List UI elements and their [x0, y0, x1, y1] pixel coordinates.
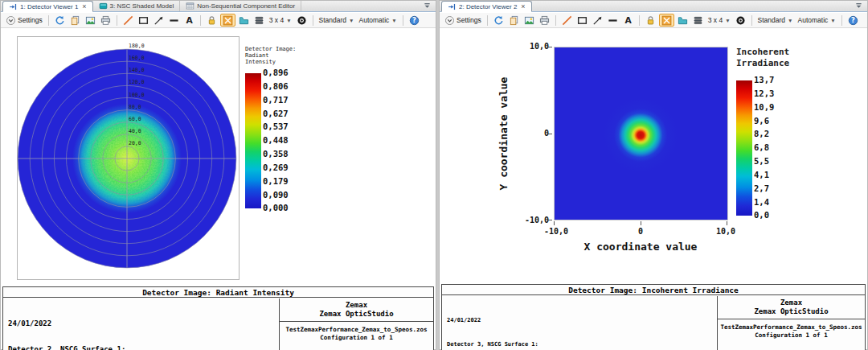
colorbar-tick: 5,5	[754, 157, 769, 166]
refresh-button[interactable]	[53, 14, 67, 27]
arrow-icon	[154, 15, 164, 26]
tab-list-dropdown[interactable]	[854, 1, 866, 11]
grid-size-dropdown[interactable]: 3 x 4 ▼	[706, 14, 732, 27]
line-annotation-button[interactable]	[121, 14, 135, 27]
colorbar-tick: 0,000	[263, 204, 289, 212]
colorbar-tick: 0,358	[263, 150, 289, 159]
configuration: Configuration 1 of 1	[280, 334, 433, 342]
rectangle-annotation-button[interactable]	[137, 14, 150, 27]
x-tick-label: -10,0	[544, 227, 568, 236]
help-button[interactable]	[846, 14, 860, 27]
lock-icon	[207, 15, 217, 26]
colorbar-tick: 0,269	[263, 163, 289, 172]
colorbar-gradient	[245, 73, 261, 208]
info-detector: Detector 2, NSCG Surface 1:	[8, 345, 217, 350]
y-tick-label: 10,0	[515, 42, 549, 51]
tab-overflow-icon	[854, 2, 863, 10]
text-tool-icon	[623, 15, 633, 26]
layers-icon	[254, 15, 264, 26]
tab-nsc-shaded-model[interactable]: 3: NSC Shaded Model	[93, 1, 181, 11]
radiant-intensity-polar-plot: 20,0 40,0 60,0 80,0 100,0 120,0 140,0 16…	[17, 36, 240, 280]
toolbar-separator	[403, 15, 403, 26]
image-icon	[85, 15, 96, 26]
copy-button[interactable]	[68, 14, 82, 27]
tab-detector-viewer-2[interactable]: 2: Detector Viewer 2 ×	[441, 1, 532, 12]
colorbar-tick: 6,8	[754, 143, 769, 152]
copy-button[interactable]	[507, 14, 521, 27]
grid-size-dropdown[interactable]: 3 x 4 ▼	[268, 14, 293, 27]
pan-button[interactable]	[237, 14, 251, 27]
rectangle-icon	[138, 15, 149, 26]
tab-detector-viewer-1[interactable]: 1: Detector Viewer 1 ×	[2, 1, 93, 12]
refresh-button[interactable]	[492, 14, 506, 27]
save-image-button[interactable]	[522, 14, 536, 27]
pan-button[interactable]	[676, 14, 690, 27]
lock-button[interactable]	[205, 14, 219, 27]
zoom-to-fit-button[interactable]	[659, 14, 674, 27]
dash-annotation-button[interactable]	[167, 14, 181, 27]
caret-down-icon: ▼	[830, 18, 835, 23]
colorbar-tick: 2,7	[754, 184, 769, 193]
dash-annotation-button[interactable]	[606, 14, 620, 27]
tab-nsc-component-editor[interactable]: Non-Sequential Component Editor	[180, 1, 301, 11]
zoom-to-fit-button[interactable]	[220, 14, 235, 27]
toolbar-separator	[751, 15, 752, 26]
record-button[interactable]	[734, 14, 747, 27]
info-detector: Detector 3, NSCG Surface 1:	[447, 340, 711, 348]
plot-title: Detector Image: Radiant Intensity	[3, 287, 433, 298]
brand-cell: Zemax Zemax OpticStudio TestZemaxPerform…	[717, 296, 865, 350]
print-button[interactable]	[99, 14, 113, 27]
tab-overflow-icon	[423, 2, 432, 10]
colorbar-tick: 0,717	[263, 96, 289, 105]
text-annotation-button[interactable]	[182, 14, 196, 27]
ring-label: 180,0	[129, 43, 145, 49]
text-tool-icon	[184, 15, 194, 26]
help-button[interactable]	[407, 14, 421, 27]
colorbar-tick: 0,537	[263, 122, 289, 131]
colorbar-tick: 0,806	[263, 82, 289, 91]
settings-dropdown[interactable]: Settings	[443, 14, 483, 27]
automatic-dropdown[interactable]: Automatic ▼	[358, 14, 399, 27]
grid-size-label: 3 x 4	[708, 16, 723, 24]
ring-label: 100,0	[129, 92, 145, 98]
caret-down-icon: ▼	[349, 18, 354, 23]
x-tick-label: 0	[638, 227, 643, 236]
colorbar-gradient	[736, 80, 752, 216]
printer-icon	[100, 15, 111, 26]
line-icon	[123, 15, 133, 26]
tab-label: Non-Sequential Component Editor	[197, 2, 295, 10]
arrow-annotation-button[interactable]	[152, 14, 166, 27]
standard-dropdown[interactable]: Standard ▼	[317, 14, 356, 27]
colorbar-tick: 0,896	[263, 68, 289, 77]
arrow-annotation-button[interactable]	[591, 14, 604, 27]
record-button[interactable]	[295, 14, 309, 27]
line-annotation-button[interactable]	[560, 14, 574, 27]
toolbar-separator	[555, 15, 556, 26]
shaded-model-icon	[99, 2, 108, 10]
toolbar-separator	[487, 15, 488, 26]
colorbar-tick: 1,4	[754, 198, 769, 207]
close-tab-icon[interactable]: ×	[82, 3, 86, 10]
toolbar-separator	[200, 15, 201, 26]
rectangle-annotation-button[interactable]	[575, 14, 589, 27]
colorbar-tick: 12,3	[754, 89, 774, 98]
help-icon	[848, 15, 858, 26]
automatic-label: Automatic	[798, 16, 829, 24]
standard-dropdown[interactable]: Standard ▼	[756, 14, 795, 27]
toolbar-separator	[639, 15, 640, 26]
detector-info-block: 24/01/2022 Detector 2, NSCG Surface 1: M…	[8, 302, 217, 350]
tab-list-dropdown[interactable]	[423, 1, 434, 11]
brand-product: Zemax OpticStudio	[280, 310, 433, 319]
text-annotation-button[interactable]	[621, 14, 635, 27]
automatic-dropdown[interactable]: Automatic ▼	[796, 14, 837, 27]
print-button[interactable]	[538, 14, 551, 27]
close-tab-icon[interactable]: ×	[521, 3, 525, 10]
layers-button[interactable]	[252, 14, 266, 27]
tab-label: 3: NSC Shaded Model	[110, 2, 174, 10]
layers-button[interactable]	[691, 14, 705, 27]
save-image-button[interactable]	[84, 14, 97, 27]
colorbar-tick: 10,9	[754, 103, 774, 112]
settings-dropdown[interactable]: Settings	[4, 14, 44, 27]
x-axis-tick	[727, 221, 727, 225]
lock-button[interactable]	[644, 14, 657, 27]
